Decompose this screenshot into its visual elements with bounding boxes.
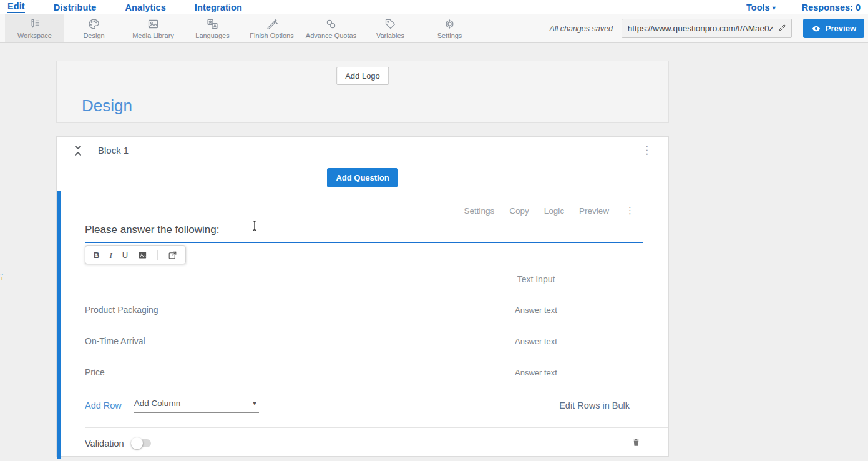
answer-text-input[interactable]: Answer text: [461, 368, 611, 377]
matrix-rows: Product Packaging Answer text On-Time Ar…: [85, 294, 668, 388]
dropdown-arrow-icon: ▾: [253, 399, 256, 407]
preview-button[interactable]: Preview: [803, 19, 864, 38]
nav-tab-integration[interactable]: Integration: [195, 2, 242, 12]
question-actions: Settings Copy Logic Preview ⋮: [85, 191, 668, 216]
toolbar-tab-label: Settings: [437, 32, 462, 39]
question-card: Settings Copy Logic Preview ⋮ Please ans…: [57, 191, 668, 459]
add-logo-button[interactable]: Add Logo: [336, 67, 389, 85]
translate-icon: [206, 17, 219, 31]
palette-icon: [87, 17, 100, 31]
question-settings-link[interactable]: Settings: [464, 206, 494, 216]
question-preview-link[interactable]: Preview: [579, 206, 609, 216]
answer-text-input[interactable]: Answer text: [461, 305, 611, 315]
italic-icon[interactable]: I: [109, 251, 112, 259]
text-format-toolbar: B I U: [85, 245, 186, 264]
collapse-vertical-icon[interactable]: [73, 145, 83, 156]
column-header-row: Text Input: [85, 273, 668, 285]
toolbar-tab-settings[interactable]: Settings: [420, 14, 479, 42]
toolbar-tab-design[interactable]: Design: [64, 14, 124, 42]
pencil-icon[interactable]: [778, 22, 788, 32]
toolbar-tab-workspace[interactable]: Workspace: [5, 14, 64, 42]
row-label[interactable]: On-Time Arrival: [85, 336, 145, 346]
toggle-knob: [131, 437, 143, 449]
edit-rows-in-bulk-link[interactable]: Edit Rows in Bulk: [559, 400, 630, 410]
toolbar-tab-media-library[interactable]: Media Library: [124, 14, 183, 42]
toolbar-tab-languages[interactable]: Languages: [183, 14, 242, 42]
question-footer: Validation: [85, 427, 668, 459]
answer-text-input[interactable]: Answer text: [461, 337, 611, 346]
survey-url-field: [622, 19, 792, 38]
text-cursor-ibeam: [251, 220, 258, 234]
add-question-button[interactable]: Add Question: [327, 168, 397, 187]
eye-icon: [811, 24, 821, 34]
insert-image-icon[interactable]: [138, 250, 147, 260]
page-edge-artifact: ··+: [0, 273, 6, 287]
block-title[interactable]: Block 1: [98, 145, 129, 156]
validation-label: Validation: [85, 439, 124, 449]
question-logic-link[interactable]: Logic: [544, 206, 564, 216]
kebab-menu-icon[interactable]: ⋮: [638, 142, 656, 158]
toolbar-tab-label: Languages: [195, 32, 229, 39]
nav-tab-distribute[interactable]: Distribute: [54, 2, 97, 12]
question-text-editor[interactable]: Please answer the following:: [85, 224, 643, 243]
toolbar-tab-label: Finish Options: [250, 32, 293, 39]
row-column-controls: Add Row Add Column ▾ Edit Rows in Bulk: [85, 394, 668, 417]
underline-icon[interactable]: U: [122, 251, 128, 259]
survey-title[interactable]: Design: [82, 96, 132, 116]
toolbar-tab-label: Media Library: [132, 32, 174, 39]
question-text[interactable]: Please answer the following:: [85, 224, 219, 235]
caret-down-icon: ▾: [773, 4, 776, 11]
survey-canvas: ··+ Add Logo Design Block 1 ⋮ Add Questi…: [0, 43, 868, 461]
toolbar-tab-label: Variables: [376, 32, 404, 39]
survey-header-panel[interactable]: Add Logo Design: [56, 61, 669, 123]
validation-toggle[interactable]: [132, 439, 151, 447]
kebab-menu-icon[interactable]: ⋮: [624, 205, 636, 216]
add-column-dropdown[interactable]: Add Column ▾: [134, 399, 259, 413]
image-icon: [147, 17, 160, 31]
toolbar-tab-label: Design: [83, 32, 104, 39]
add-row-link[interactable]: Add Row: [85, 400, 122, 410]
toolbar-tab-finish-options[interactable]: Finish Options: [242, 14, 301, 42]
toolbar-tab-advance-quotas[interactable]: Advance Quotas: [301, 14, 361, 42]
survey-url-input[interactable]: [622, 19, 792, 38]
column-header: Text Input: [461, 274, 611, 284]
gear-icon: [443, 17, 456, 31]
toolbar-tab-variables[interactable]: Variables: [361, 14, 420, 42]
question-copy-link[interactable]: Copy: [509, 206, 529, 216]
matrix-row: Price Answer text: [85, 357, 668, 388]
top-nav: Edit Distribute Analytics Integration To…: [0, 0, 868, 14]
editor-toolbar: Workspace Design Media Library Languages…: [0, 14, 868, 43]
tools-menu[interactable]: Tools ▾: [746, 2, 776, 12]
nav-tab-edit[interactable]: Edit: [7, 1, 25, 13]
wand-icon: [265, 17, 278, 31]
delete-question-icon[interactable]: [631, 437, 641, 450]
row-label[interactable]: Product Packaging: [85, 305, 158, 315]
matrix-row: Product Packaging Answer text: [85, 294, 668, 325]
block-header: Block 1 ⋮: [57, 137, 668, 164]
workspace-icon: [28, 17, 41, 31]
insert-link-icon[interactable]: [168, 250, 177, 260]
toolbar-divider: [157, 250, 158, 260]
add-question-row: Add Question: [57, 164, 668, 191]
responses-count[interactable]: Responses: 0: [802, 2, 861, 12]
bold-icon[interactable]: B: [94, 251, 99, 259]
row-label[interactable]: Price: [85, 367, 105, 377]
matrix-row: On-Time Arrival Answer text: [85, 325, 668, 357]
toolbar-tab-label: Advance Quotas: [306, 32, 356, 39]
toolbar-tab-label: Workspace: [17, 32, 52, 39]
save-status: All changes saved: [549, 24, 612, 33]
block-card: Block 1 ⋮ Add Question Settings Copy Log…: [56, 136, 669, 457]
questionpro-survey-editor: Edit Distribute Analytics Integration To…: [0, 0, 868, 461]
tag-icon: [384, 17, 397, 31]
nav-tab-analytics[interactable]: Analytics: [125, 2, 165, 12]
chain-link-icon: [324, 17, 338, 31]
